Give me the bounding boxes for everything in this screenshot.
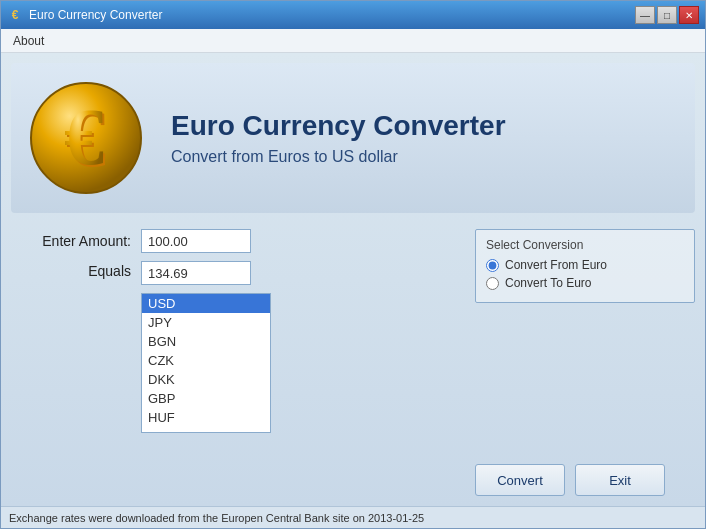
exit-button[interactable]: Exit — [575, 464, 665, 496]
convert-to-label[interactable]: Convert To Euro — [505, 276, 592, 290]
menu-bar: About — [1, 29, 705, 53]
close-button[interactable]: ✕ — [679, 6, 699, 24]
status-bar: Exchange rates were downloaded from the … — [1, 506, 705, 528]
minimize-button[interactable]: — — [635, 6, 655, 24]
currency-item-bgn[interactable]: BGN — [142, 332, 270, 351]
currency-item-huf[interactable]: HUF — [142, 408, 270, 427]
convert-to-radio[interactable] — [486, 277, 499, 290]
currency-item-jpy[interactable]: JPY — [142, 313, 270, 332]
currency-item-dkk[interactable]: DKK — [142, 370, 270, 389]
header-text: Euro Currency Converter Convert from Eur… — [171, 110, 506, 166]
currency-item-gbp[interactable]: GBP — [142, 389, 270, 408]
equals-row: Equals USD JPY BGN CZK DKK GBP HUF LTL — [11, 261, 465, 433]
app-title: Euro Currency Converter — [171, 110, 506, 142]
app-subtitle: Convert from Euros to US dollar — [171, 148, 506, 166]
enter-amount-row: Enter Amount: — [11, 229, 465, 253]
title-bar: € Euro Currency Converter — □ ✕ — [1, 1, 705, 29]
currency-item-czk[interactable]: CZK — [142, 351, 270, 370]
enter-amount-input[interactable] — [141, 229, 251, 253]
convert-button[interactable]: Convert — [475, 464, 565, 496]
select-conversion-box: Select Conversion Convert From Euro Conv… — [475, 229, 695, 303]
svg-text:€: € — [64, 93, 104, 181]
result-input[interactable] — [141, 261, 251, 285]
euro-logo: € € — [21, 73, 151, 203]
main-section: Enter Amount: Equals USD JPY BGN CZK — [11, 229, 695, 496]
about-menu-item[interactable]: About — [5, 32, 52, 50]
content-area: € € Euro Currency Converter Convert from… — [1, 53, 705, 506]
equals-label: Equals — [11, 261, 131, 279]
convert-from-radio[interactable] — [486, 259, 499, 272]
header-section: € € Euro Currency Converter Convert from… — [11, 63, 695, 213]
window-title: Euro Currency Converter — [29, 8, 635, 22]
status-text: Exchange rates were downloaded from the … — [9, 512, 424, 524]
currency-item-ltl[interactable]: LTL — [142, 427, 270, 433]
select-conversion-title: Select Conversion — [486, 238, 684, 252]
maximize-button[interactable]: □ — [657, 6, 677, 24]
right-panel: Select Conversion Convert From Euro Conv… — [475, 229, 695, 496]
window-controls: — □ ✕ — [635, 6, 699, 24]
convert-to-row: Convert To Euro — [486, 276, 684, 290]
convert-from-row: Convert From Euro — [486, 258, 684, 272]
button-row: Convert Exit — [475, 456, 695, 496]
currency-item-usd[interactable]: USD — [142, 294, 270, 313]
convert-from-label[interactable]: Convert From Euro — [505, 258, 607, 272]
window-icon: € — [7, 7, 23, 23]
main-window: € Euro Currency Converter — □ ✕ About — [0, 0, 706, 529]
currency-list[interactable]: USD JPY BGN CZK DKK GBP HUF LTL LVL PLN … — [141, 293, 271, 433]
enter-amount-label: Enter Amount: — [11, 233, 131, 249]
left-panel: Enter Amount: Equals USD JPY BGN CZK — [11, 229, 465, 496]
